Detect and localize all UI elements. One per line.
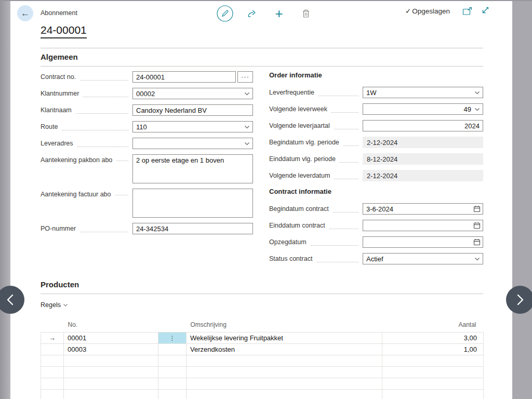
collapse-button[interactable] [480,6,489,16]
cell-quantity[interactable] [382,378,484,390]
route-input[interactable] [132,121,253,132]
previous-record-button[interactable] [0,286,24,314]
field-label: PO-nummer [41,225,76,232]
field-label: Einddatum contract [269,222,325,229]
row-selector-cell[interactable] [41,344,64,355]
row-menu-cell[interactable]: ⋮ [158,332,187,344]
leverfrequentie-input[interactable] [363,87,483,98]
cell-quantity[interactable] [382,390,484,399]
collapse-arrows-icon [480,6,489,16]
opzegdatum-input[interactable] [363,236,483,248]
field-label: Begindatum contract [269,205,329,212]
cell-no[interactable]: 00003 [64,344,158,355]
row-selector-cell[interactable] [41,355,64,367]
klantnummer-input[interactable] [132,88,253,99]
chevron-down-icon[interactable] [244,92,250,96]
calendar-icon[interactable] [473,205,481,212]
row-menu-cell[interactable] [158,344,187,355]
chevron-down-icon[interactable] [244,125,250,129]
general-left-column: Contract no. ··· Klantnummer [41,71,253,270]
begindatum-contract-input[interactable] [363,203,483,215]
subscription-card: ← Abonnement [10,1,512,399]
field-aantekening-factuur: Aantekening factuur abo [41,189,253,218]
field-po-nummer: PO-nummer [41,223,253,234]
po-nummer-input[interactable] [132,223,253,234]
cell-description[interactable] [187,355,382,367]
table-header-row: No. Omschrijving Aantal [41,321,484,332]
klantnaam-input[interactable] [132,104,253,116]
cell-no[interactable] [64,367,158,378]
cell-description[interactable] [187,390,382,399]
new-record-button[interactable]: + [271,5,287,22]
volgende-leverjaartal-input[interactable] [363,120,483,131]
row-selector-cell[interactable] [41,378,64,390]
row-menu-cell[interactable] [158,355,187,367]
next-record-button[interactable] [506,286,532,314]
cell-no[interactable]: 00001 [64,332,158,344]
dotted-leader [316,256,358,262]
back-button[interactable]: ← [17,5,33,21]
save-status: ✓ Opgeslagen [405,7,450,15]
contract-no-input[interactable] [132,71,236,83]
contract-no-assist-button[interactable]: ··· [237,71,253,83]
dotted-leader [334,172,358,179]
cell-quantity[interactable] [382,355,484,367]
leverfrequentie-control [363,87,483,98]
cell-description[interactable] [187,378,382,390]
aantekening-factuur-textarea[interactable] [132,189,253,218]
cell-description[interactable] [187,367,382,378]
column-header-menu [158,321,187,332]
field-opzegdatum: Opzegdatum [269,236,483,248]
dotted-leader [334,123,358,129]
row-menu-cell[interactable] [158,367,187,378]
leveradres-input[interactable] [132,138,253,149]
einddatum-contract-input[interactable] [363,220,483,231]
row-menu-cell[interactable] [158,378,187,390]
general-right-column: Order informatie Leverfrequentie Volgend… [269,71,483,270]
record-title-link[interactable]: 24-00001 [41,24,87,38]
table-row: 00003 Verzendkosten 1,00 [41,344,484,355]
column-header-description[interactable]: Omschrijving [187,321,382,332]
table-row: → 00001 ⋮ Wekelijkse levering Fruitpakke… [41,332,484,344]
row-selector-cell[interactable] [41,390,64,399]
regels-menu-button[interactable]: Regels [41,301,68,309]
chevron-down-icon[interactable] [474,91,480,95]
field-einddatum-periode: Einddatum vlg. periode 8-12-2024 [269,153,483,165]
chevron-down-icon[interactable] [474,108,480,111]
field-contract-no: Contract no. ··· [41,71,253,83]
calendar-icon[interactable] [473,238,481,246]
row-selector-cell[interactable] [41,367,64,378]
einddatum-contract-control [363,220,483,231]
delete-button[interactable] [298,5,314,22]
volgende-leverweek-input[interactable] [363,103,483,115]
column-header-no[interactable]: No. [64,321,158,332]
volgende-leverweek-control [363,103,483,115]
dotted-leader [77,140,128,147]
share-button[interactable] [244,5,260,22]
cell-quantity[interactable]: 1,00 [382,344,484,355]
open-in-window-button[interactable] [462,7,473,16]
cell-no[interactable] [64,390,158,399]
aantekening-pakbon-textarea[interactable]: 2 op eerste etage en 1 boven [132,154,253,183]
dotted-leader [80,74,128,81]
dotted-leader [80,225,128,232]
open-in-window-icon [462,7,473,16]
status-contract-control [363,253,483,264]
section-producten-heading: Producten [41,280,483,294]
chevron-down-icon[interactable] [474,257,480,261]
cell-no[interactable] [64,378,158,390]
cell-no[interactable] [64,355,158,367]
section-algemeen-heading: Algemeen [41,52,483,66]
row-menu-cell[interactable] [158,390,187,399]
calendar-icon[interactable] [473,222,481,229]
cell-quantity[interactable]: 3,00 [382,332,484,344]
chevron-down-icon[interactable] [244,142,250,145]
cell-description[interactable]: Wekelijkse levering Fruitpakket [187,332,382,344]
cell-description[interactable]: Verzendkosten [187,344,382,355]
cell-quantity[interactable] [382,367,484,378]
column-header-quantity[interactable]: Aantal [382,321,484,332]
save-status-label: Opgeslagen [412,7,450,15]
table-row-empty [41,378,484,390]
edit-button[interactable] [217,5,233,22]
status-contract-input[interactable] [363,253,483,264]
